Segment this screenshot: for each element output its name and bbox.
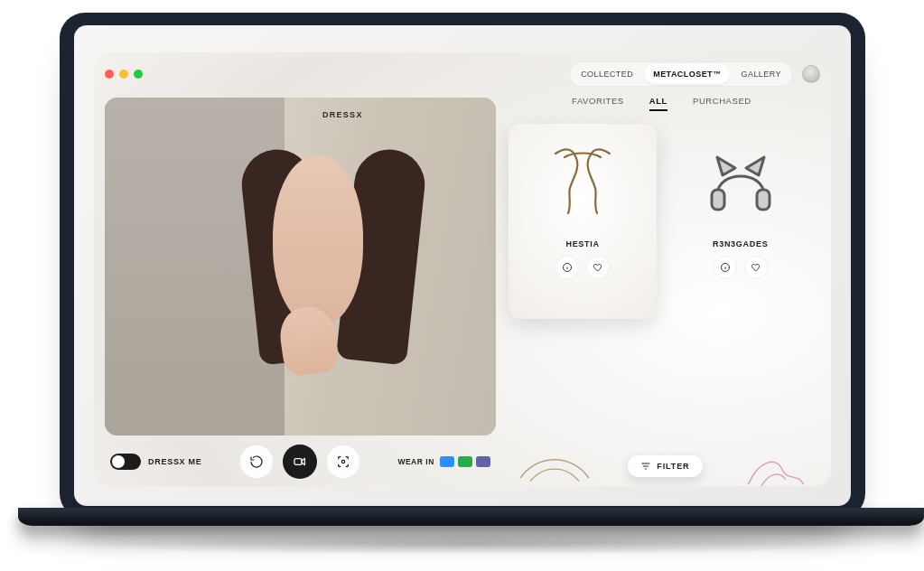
dressx-me-label: DRESSX ME bbox=[148, 457, 202, 466]
svg-point-1 bbox=[341, 460, 344, 463]
nav-segmented: COLLECTED METACLOSET™ GALLERY bbox=[569, 61, 793, 87]
svg-rect-0 bbox=[294, 459, 302, 465]
catalog-tabs: FAVORITES ALL PURCHASED bbox=[501, 89, 822, 120]
product-peek-icon bbox=[735, 445, 817, 486]
product-title: HESTIA bbox=[565, 239, 599, 248]
camera-controls: DRESSX ME bbox=[105, 435, 496, 486]
favorite-button[interactable] bbox=[586, 256, 610, 279]
camera-buttons bbox=[239, 445, 360, 479]
wear-in-group: WEAR IN bbox=[397, 456, 490, 467]
camera-pane: DRESSX DRESSX ME bbox=[94, 89, 499, 486]
tab-favorites[interactable]: FAVORITES bbox=[572, 96, 624, 111]
close-window-button[interactable] bbox=[105, 70, 114, 79]
toggle-group: DRESSX ME bbox=[110, 454, 202, 470]
laptop-frame: COLLECTED METACLOSET™ GALLERY bbox=[60, 13, 865, 519]
timer-icon bbox=[249, 454, 264, 469]
top-nav: COLLECTED METACLOSET™ GALLERY bbox=[569, 61, 820, 87]
window-controls bbox=[105, 70, 143, 79]
titlebar: COLLECTED METACLOSET™ GALLERY bbox=[94, 52, 831, 92]
card-row: HESTIA bbox=[501, 120, 822, 319]
laptop-base bbox=[18, 508, 924, 526]
maximize-window-button[interactable] bbox=[134, 70, 143, 79]
nav-item-gallery[interactable]: GALLERY bbox=[732, 64, 790, 84]
product-actions bbox=[714, 256, 768, 279]
nav-item-metacloset[interactable]: METACLOSET™ bbox=[644, 64, 730, 84]
svg-rect-4 bbox=[757, 190, 770, 210]
info-icon bbox=[562, 262, 573, 273]
dressx-me-toggle[interactable] bbox=[110, 454, 141, 470]
user-avatar[interactable] bbox=[802, 65, 820, 83]
capture-icon bbox=[336, 454, 350, 469]
filter-label: FILTER bbox=[657, 462, 689, 471]
brand-watermark: DRESSX bbox=[322, 110, 363, 119]
google-meet-icon[interactable] bbox=[458, 456, 472, 467]
favorite-button[interactable] bbox=[744, 256, 768, 279]
capture-button[interactable] bbox=[326, 445, 360, 479]
camera-viewport: DRESSX bbox=[105, 98, 496, 435]
catalog-pane: FAVORITES ALL PURCHASED bbox=[499, 89, 831, 486]
svg-rect-3 bbox=[712, 190, 724, 210]
tab-purchased[interactable]: PURCHASED bbox=[693, 96, 751, 111]
camera-subject bbox=[229, 125, 425, 429]
tab-all[interactable]: ALL bbox=[649, 96, 667, 111]
liquid-hair-icon bbox=[537, 133, 628, 232]
video-button[interactable] bbox=[283, 445, 317, 479]
main-body: DRESSX DRESSX ME bbox=[94, 89, 831, 486]
filter-icon bbox=[640, 462, 651, 471]
heart-icon bbox=[593, 262, 603, 273]
info-button[interactable] bbox=[555, 256, 579, 279]
info-icon bbox=[720, 262, 731, 273]
video-icon bbox=[293, 454, 307, 469]
product-peek-icon bbox=[514, 445, 595, 486]
laptop-shadow bbox=[54, 533, 888, 555]
cat-ear-headphones-icon bbox=[695, 133, 786, 232]
filter-button[interactable]: FILTER bbox=[628, 455, 702, 477]
zoom-icon[interactable] bbox=[440, 456, 454, 467]
app-window: COLLECTED METACLOSET™ GALLERY bbox=[94, 52, 831, 486]
screen: COLLECTED METACLOSET™ GALLERY bbox=[74, 25, 851, 506]
minimize-window-button[interactable] bbox=[119, 70, 128, 79]
subject-face bbox=[273, 155, 363, 325]
timer-button[interactable] bbox=[239, 445, 274, 479]
info-button[interactable] bbox=[714, 256, 737, 279]
product-actions bbox=[555, 256, 610, 279]
product-card-hestia[interactable]: HESTIA bbox=[509, 124, 658, 319]
app-chips bbox=[440, 456, 490, 467]
teams-icon[interactable] bbox=[476, 456, 490, 467]
nav-item-collected[interactable]: COLLECTED bbox=[572, 64, 642, 84]
wear-in-label: WEAR IN bbox=[397, 457, 434, 466]
product-card-r3n3gades[interactable]: R3N3GADES bbox=[666, 124, 815, 319]
product-title: R3N3GADES bbox=[713, 239, 769, 248]
heart-icon bbox=[751, 262, 761, 273]
